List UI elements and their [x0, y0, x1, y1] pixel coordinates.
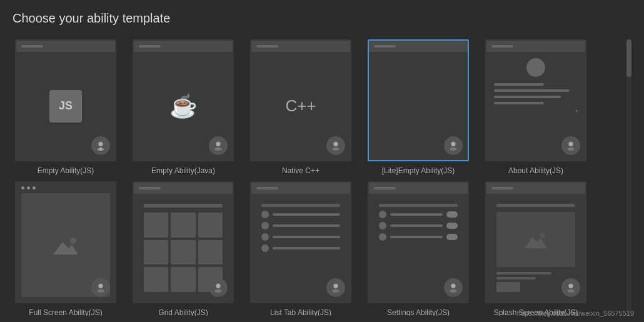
template-item-about-js[interactable]: › About Ability(JS) [483, 39, 589, 175]
body-about-js: › [486, 52, 585, 160]
list-row-1 [261, 211, 340, 218]
topbar-line [491, 45, 513, 48]
fs-dot-2 [27, 186, 30, 189]
fullscreen-content [16, 183, 115, 302]
template-item-list-tab-js[interactable]: List Tab Ability(JS) [248, 181, 354, 316]
template-card-full-screen-js [15, 181, 116, 303]
template-item-splash-js[interactable]: Splash Screen Ability(JS) [483, 181, 589, 316]
svg-point-11 [568, 148, 575, 151]
topbar-line [139, 187, 161, 189]
label-empty-js: Empty Ability(JS) [38, 166, 94, 175]
template-item-grid-js[interactable]: Grid Ability(JS) [130, 181, 236, 316]
topbar-line [374, 45, 396, 48]
topbar-line [491, 187, 513, 189]
person-icon [95, 140, 106, 151]
grid-cell [198, 213, 223, 238]
template-card-lite-empty-js [368, 39, 469, 161]
js-icon: JS [49, 90, 82, 123]
badge-icon-grid-js [209, 278, 228, 297]
body-empty-js: JS [16, 52, 115, 160]
fs-dot-3 [33, 186, 36, 189]
badge-icon-empty-java [209, 136, 228, 155]
about-line-4 [494, 102, 544, 104]
template-item-lite-empty-js[interactable]: [Lite]Empty Ability(JS) [365, 39, 471, 175]
svg-point-17 [215, 289, 222, 293]
topbar-lite-empty-js [369, 41, 468, 52]
settings-row-1 [379, 211, 458, 218]
list-row-3 [261, 233, 340, 241]
svg-point-16 [216, 284, 220, 288]
scrollbar-track[interactable] [626, 39, 631, 316]
template-card-grid-js [133, 181, 234, 303]
mountain-icon-2 [525, 231, 547, 248]
splash-topbar-line [496, 204, 575, 207]
template-item-empty-java[interactable]: ☕ Empty Ability(Java) [130, 39, 236, 175]
body-native-cpp: C++ [251, 52, 350, 160]
settings-line [390, 213, 443, 216]
svg-point-20 [451, 284, 455, 288]
label-native-cpp: Native C++ [282, 166, 319, 175]
fs-dot-1 [21, 186, 24, 189]
body-lite-empty-js [369, 52, 468, 160]
template-card-about-js: › [485, 39, 586, 161]
grid-topbar-line [144, 204, 223, 208]
footer-url: https://blog.csdn.net/weixin_56575519 [517, 309, 634, 317]
about-lines [494, 83, 578, 108]
about-avatar [526, 58, 545, 77]
about-line-1 [494, 83, 544, 86]
body-grid-js [134, 194, 233, 302]
topbar-empty-java [134, 41, 233, 52]
list-line [273, 213, 340, 216]
topbar-line [256, 187, 278, 189]
label-empty-java: Empty Ability(Java) [151, 166, 215, 175]
body-splash-js [486, 194, 585, 302]
person-icon [330, 282, 341, 293]
label-list-tab-js: List Tab Ability(JS) [270, 308, 331, 316]
list-circle [261, 211, 269, 218]
template-card-settings-js [368, 181, 469, 303]
fs-dots [16, 183, 115, 193]
settings-row-3 [379, 233, 458, 241]
scrollbar-thumb[interactable] [626, 39, 631, 77]
svg-point-21 [450, 289, 457, 293]
svg-marker-22 [525, 237, 547, 248]
person-icon [213, 282, 224, 293]
svg-point-24 [568, 284, 573, 288]
templates-grid: JS Empty Ability(JS) [13, 39, 621, 316]
topbar-grid-js [134, 183, 233, 194]
label-grid-js: Grid Ability(JS) [158, 308, 208, 316]
settings-circle [379, 211, 386, 218]
template-item-empty-js[interactable]: JS Empty Ability(JS) [13, 39, 119, 175]
body-settings-js [369, 194, 468, 302]
svg-point-9 [450, 148, 457, 151]
list-circle [261, 244, 269, 252]
svg-point-8 [451, 142, 455, 146]
grid-cell [171, 267, 195, 292]
person-icon [565, 140, 576, 151]
badge-icon-empty-js [91, 136, 110, 155]
grid-cell [171, 240, 195, 265]
label-about-js: About Ability(JS) [508, 166, 563, 175]
person-icon [213, 140, 224, 151]
svg-point-0 [98, 142, 103, 146]
person-icon [330, 140, 341, 151]
settings-circle [379, 233, 386, 241]
list-topbar-line [261, 204, 340, 207]
svg-point-6 [333, 142, 338, 146]
topbar-line [139, 45, 161, 48]
template-card-empty-java: ☕ [133, 39, 234, 161]
badge-icon-lite-empty-js [444, 136, 463, 155]
topbar-list-tab-js [251, 183, 350, 194]
grid-cell [198, 240, 223, 265]
svg-point-5 [215, 148, 222, 151]
svg-point-18 [333, 284, 338, 288]
svg-point-14 [98, 284, 103, 288]
badge-icon-list-tab-js [326, 278, 345, 297]
topbar-line [374, 187, 396, 189]
template-item-full-screen-js[interactable]: Full Screen Ability(JS) [13, 181, 119, 316]
template-item-native-cpp[interactable]: C++ Native C++ [248, 39, 354, 175]
about-arrow: › [575, 106, 578, 115]
template-item-settings-js[interactable]: Settings Ability(JS) [365, 181, 471, 316]
topbar-native-cpp [251, 41, 350, 52]
label-full-screen-js: Full Screen Ability(JS) [29, 308, 102, 316]
